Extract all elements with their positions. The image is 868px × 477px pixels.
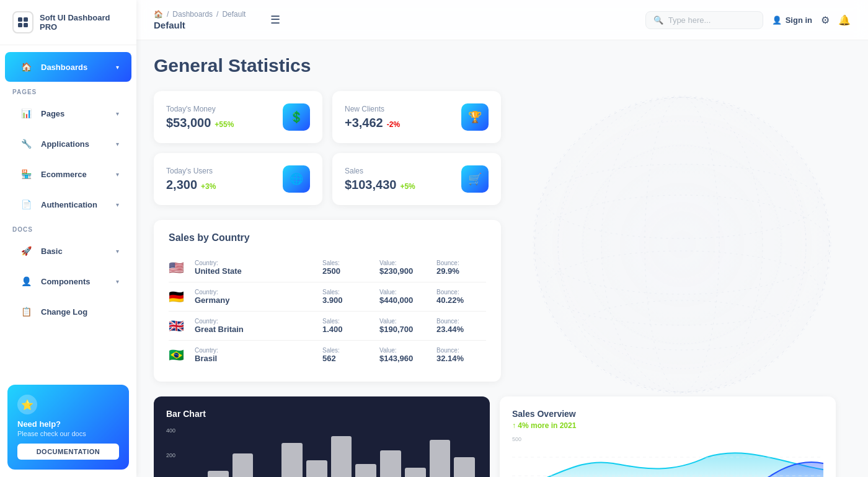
bell-icon[interactable]: 🔔	[838, 14, 851, 26]
svg-point-10	[534, 195, 830, 294]
trophy-icon: 🏆	[461, 103, 489, 131]
basic-icon: 🚀	[17, 242, 35, 260]
sidebar-nav: 🏠 Dashboards ▾ PAGES 📊 Pages ▾ 🔧 Applica…	[0, 45, 136, 377]
table-row: 🇩🇪 Country: Germany Sales: 3.900 Value: …	[169, 282, 486, 312]
logo-icon	[12, 11, 33, 33]
stat-card-money: Today's Money $53,000 +55% 💲	[154, 91, 322, 143]
components-icon: 👤	[17, 273, 35, 290]
ecommerce-icon: 🏪	[17, 165, 35, 183]
signin-label: Sign in	[786, 15, 812, 25]
bar-item	[430, 440, 451, 477]
stat-label-sales: Sales	[345, 167, 415, 175]
sidebar-help: ⭐ Need help? Please check our docs DOCUM…	[7, 385, 129, 470]
svg-point-12	[583, 300, 781, 350]
pages-section-label: PAGES	[0, 82, 136, 98]
authentication-icon: 📄	[17, 196, 35, 213]
cart-icon: 🛒	[461, 165, 489, 193]
stat-label-users: Today's Users	[166, 167, 216, 175]
table-row: 🇧🇷 Country: Brasil Sales: 562 Value: $14…	[169, 341, 486, 369]
svg-point-15	[558, 97, 806, 392]
breadcrumb-dashboards: Dashboards	[172, 10, 213, 19]
settings-icon[interactable]: ⚙	[821, 14, 830, 26]
svg-point-4	[533, 96, 831, 393]
home-icon: 🏠	[154, 10, 163, 19]
chevron-down-icon: ▾	[116, 171, 119, 178]
sales-overview-change: ↑ 4% more in 2021	[512, 421, 823, 430]
bar-chart	[180, 436, 477, 477]
breadcrumb: 🏠 / Dashboards / Default Default	[154, 10, 246, 30]
bar-item	[331, 436, 352, 477]
sidebar-item-label: Pages	[41, 109, 64, 118]
stat-label-money: Today's Money	[166, 105, 234, 113]
search-box[interactable]: 🔍	[645, 11, 763, 29]
bar-item	[306, 460, 327, 477]
svg-point-11	[546, 251, 818, 325]
stat-value-money: $53,000	[166, 116, 211, 130]
sidebar-item-label: Applications	[41, 139, 89, 149]
svg-rect-0	[18, 17, 22, 22]
documentation-button[interactable]: DOCUMENTATION	[17, 444, 119, 460]
applications-icon: 🔧	[17, 135, 35, 152]
stat-card-clients: New Clients +3,462 -2% 🏆	[332, 91, 501, 143]
search-input[interactable]	[668, 15, 755, 25]
chevron-down-icon: ▾	[116, 141, 119, 147]
bar-item	[281, 443, 303, 477]
sidebar-item-label: Components	[41, 277, 90, 286]
user-icon: 👤	[772, 15, 782, 25]
svg-point-5	[558, 121, 806, 369]
sidebar-item-dashboards[interactable]: 🏠 Dashboards ▾	[5, 52, 131, 82]
changelog-icon: 📋	[17, 303, 35, 320]
svg-point-14	[601, 97, 763, 392]
sidebar-item-label: Dashboards	[41, 63, 87, 72]
chevron-down-icon: ▾	[116, 278, 119, 285]
stat-change-users: +3%	[201, 182, 216, 191]
sales-country-title: Sales by Country	[169, 232, 486, 243]
money-icon: 💲	[283, 103, 310, 131]
breadcrumb-current-path: Default	[222, 10, 246, 19]
globe-decoration: /* dots rendered via inline SVG pattern …	[496, 77, 868, 424]
bar-item	[380, 450, 401, 478]
sidebar-item-changelog[interactable]: 📋 Change Log	[5, 297, 131, 326]
docs-section-label: DOCS	[0, 220, 136, 235]
stats-grid: Today's Money $53,000 +55% 💲 New Clients…	[154, 91, 501, 205]
stat-value-clients: +3,462	[345, 116, 383, 130]
menu-icon[interactable]: ☰	[270, 13, 280, 27]
sidebar-item-pages[interactable]: 📊 Pages ▾	[5, 98, 131, 128]
chevron-down-icon: ▾	[116, 110, 119, 117]
line-chart-area: 500	[512, 436, 823, 477]
stat-label-clients: New Clients	[345, 105, 400, 113]
sidebar-item-label: Ecommerce	[41, 170, 87, 179]
flag-gb: 🇬🇧	[169, 318, 187, 333]
help-subtitle: Please check our docs	[17, 430, 119, 437]
globe-icon: 🌐	[283, 165, 310, 193]
bar-chart-card: Bar Chart 400 200 0	[154, 396, 490, 477]
sidebar-item-applications[interactable]: 🔧 Applications ▾	[5, 129, 131, 159]
stat-change-clients: -2%	[387, 120, 400, 129]
breadcrumb-current-label: Default	[154, 20, 246, 30]
star-icon: ⭐	[17, 395, 37, 414]
sidebar-item-authentication[interactable]: 📄 Authentication ▾	[5, 190, 131, 219]
bar-item	[208, 471, 229, 477]
sales-overview-card: Sales Overview ↑ 4% more in 2021 500	[500, 396, 836, 477]
sales-by-country-card: Sales by Country 🇺🇸 Country: United Stat…	[154, 220, 501, 382]
sidebar-item-components[interactable]: 👤 Components ▾	[5, 266, 131, 296]
table-row: 🇬🇧 Country: Great Britain Sales: 1.400 V…	[169, 312, 486, 341]
svg-point-6	[583, 146, 781, 344]
sidebar-item-ecommerce[interactable]: 🏪 Ecommerce ▾	[5, 159, 131, 189]
main-area: 🏠 / Dashboards / Default Default ☰ 🔍 👤 S…	[136, 0, 868, 477]
bar-item	[232, 453, 254, 477]
flag-br: 🇧🇷	[169, 348, 187, 362]
sidebar-item-basic[interactable]: 🚀 Basic ▾	[5, 236, 131, 266]
bar-item	[405, 468, 426, 477]
svg-rect-3	[24, 23, 28, 27]
svg-point-8	[534, 97, 830, 392]
table-row: 🇺🇸 Country: United State Sales: 2500 Val…	[169, 253, 486, 282]
signin-button[interactable]: 👤 Sign in	[772, 15, 812, 25]
content-area: /* dots rendered via inline SVG pattern …	[136, 40, 868, 477]
flag-us: 🇺🇸	[169, 260, 187, 275]
stat-card-users: Today's Users 2,300 +3% 🌐	[154, 153, 322, 205]
bar-item	[454, 457, 475, 477]
svg-point-13	[645, 97, 719, 392]
chevron-down-icon: ▾	[116, 248, 119, 255]
sidebar-logo-text: Soft UI Dashboard PRO	[40, 13, 124, 32]
